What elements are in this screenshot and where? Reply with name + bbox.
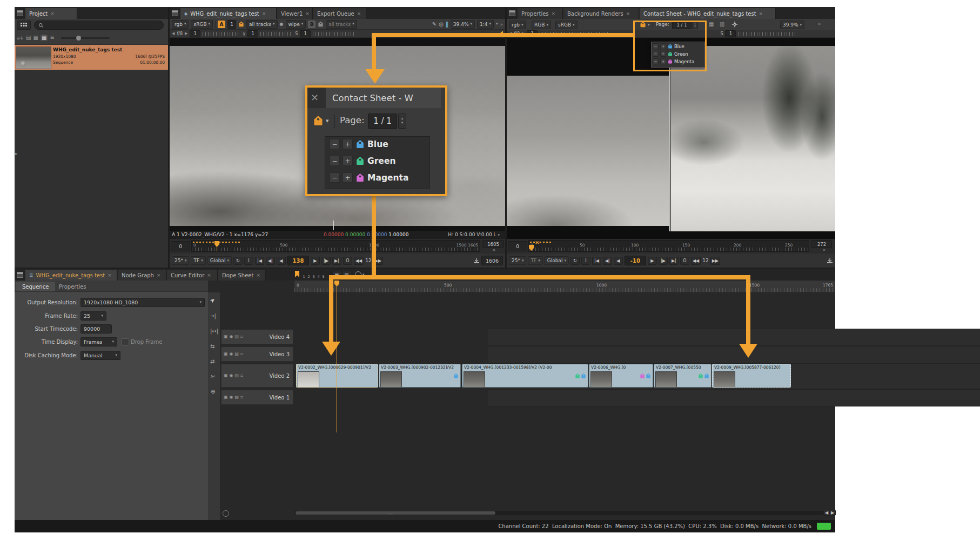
zoom-tool-icon[interactable]: ⊕ (211, 389, 215, 395)
slider-handle[interactable] (76, 36, 81, 41)
timeline-clip-v2-0004[interactable]: V2-0004_WHG.[001233-001598]/V2 (V2-00 (462, 364, 588, 388)
sort-alpha-icon[interactable]: a↓ (17, 36, 24, 41)
colorspace-select[interactable]: sRGB▾ (555, 21, 578, 29)
close-icon[interactable]: × (305, 11, 310, 16)
output-resolution-select[interactable]: 1920x1080 HD_1080▾ (80, 298, 205, 307)
out-point-field[interactable]: 272 (811, 240, 832, 248)
lock-icon[interactable]: ▣ (224, 335, 228, 339)
chevron-down-icon[interactable]: ▾ (498, 233, 500, 237)
current-frame-field[interactable]: 138 (287, 256, 309, 265)
timeline-clip-v2-0006[interactable]: V2-0006_WHG.[0 (589, 364, 653, 388)
timecode-mode-select[interactable]: TF▾ (528, 256, 542, 265)
zoom-select[interactable]: 39.4%▾ (451, 20, 475, 29)
loop-button[interactable]: ↻ (570, 257, 580, 265)
range-select[interactable]: Global▾ (545, 256, 569, 265)
tag-icon[interactable] (318, 21, 324, 27)
gamma-slider[interactable] (260, 32, 293, 36)
duration-field[interactable]: 1606 (481, 256, 503, 265)
go-to-end-button[interactable]: ▶| (669, 257, 679, 265)
play-forward-button[interactable]: ▶ (648, 257, 657, 265)
input-b-badge[interactable]: B (308, 21, 316, 28)
slide-tool-icon[interactable]: ⇄ (210, 358, 214, 364)
monitor-icon[interactable]: ◉ (230, 335, 233, 339)
detail-view-icon[interactable]: ≡ (50, 35, 54, 41)
panel-collapse-arrow-icon[interactable]: ▸ (15, 151, 18, 156)
pause-icon[interactable]: ‖ (446, 21, 448, 27)
wipe-mode-select[interactable]: wipe▾ (286, 20, 306, 29)
timeline-clip-v2-0003[interactable]: V2-0003_WHG.[000902-001232]/V2 (379, 364, 461, 388)
mute-icon[interactable]: ▤ (235, 395, 239, 399)
wipe-center-icon[interactable]: ● (280, 22, 284, 26)
trim-tool-icon[interactable]: |↔| (210, 328, 218, 334)
pane-menu-icon[interactable] (172, 10, 178, 16)
track-header-video2[interactable]: ▣◉▤▫ Video 2 (221, 364, 293, 388)
track-scroll-toggle[interactable] (223, 510, 229, 517)
step-size-field[interactable]: 12 (365, 258, 371, 263)
close-icon[interactable]: × (262, 11, 266, 16)
tab-properties[interactable]: Properties × (518, 8, 563, 19)
next-stop-icon[interactable]: ▶ (185, 32, 187, 36)
track-lane-video3[interactable] (488, 346, 980, 363)
export-icon[interactable] (473, 258, 480, 264)
close-icon[interactable]: × (207, 273, 211, 278)
mute-icon[interactable]: ▤ (235, 335, 239, 339)
lock-icon[interactable]: ▣ (224, 374, 228, 378)
timecode-mode-select[interactable]: TF▾ (191, 256, 205, 265)
play-forward-button[interactable]: ▶ (311, 257, 320, 265)
tab-contact-sheet[interactable]: Contact Sheet - WHG_edit_nuke_tags test … (640, 8, 776, 19)
export-icon[interactable] (827, 258, 833, 264)
play-backward-button[interactable]: ◀ (614, 257, 623, 265)
input-a-track[interactable]: 1 (227, 20, 236, 29)
pane-menu-icon[interactable] (17, 272, 23, 278)
chevron-down-icon[interactable]: ▾ (496, 22, 498, 26)
prev-frame-button[interactable]: ◀| (266, 257, 275, 265)
tab-node-graph[interactable]: Node Graph × (118, 270, 166, 281)
blend-icon[interactable]: ▫ (240, 374, 243, 378)
razor-tool-icon[interactable]: ✄ (211, 374, 215, 379)
go-to-start-button[interactable]: |◀ (255, 257, 264, 265)
close-icon[interactable]: × (256, 273, 260, 278)
small-thumb-view-icon[interactable]: ▦ (41, 35, 48, 41)
step-back-button[interactable]: ◀◀ (691, 257, 701, 265)
tab-project[interactable]: Project × (25, 8, 77, 19)
expander-icon[interactable]: » (500, 22, 503, 27)
gain-value[interactable]: 1 (190, 30, 200, 37)
timeline-clip-v2-0009[interactable]: V2-0009_WHG.[005877-006120] (712, 364, 791, 388)
go-to-end-button[interactable]: ▶| (332, 257, 341, 265)
set-in-button[interactable]: I (581, 257, 590, 265)
subtab-properties[interactable]: Properties (52, 282, 93, 291)
subtab-sequence[interactable]: Sequence (16, 282, 55, 291)
timeline-ruler[interactable]: 0 500 1000 1500 1765 (294, 281, 835, 293)
current-frame-field[interactable]: -10 (625, 256, 646, 265)
gain-gamma-icon[interactable]: ◎ (439, 21, 444, 27)
row-layout-icon[interactable]: ▥ (720, 22, 724, 27)
step-back-button[interactable]: ◀◀ (354, 257, 364, 265)
expander-icon[interactable]: » (823, 247, 826, 252)
track-header-video3[interactable]: ▣◉▤▫ Video 3 (221, 346, 293, 362)
monitor-icon[interactable]: ◉ (230, 352, 233, 356)
lock-icon[interactable]: ▣ (224, 395, 228, 399)
step-forward-button[interactable]: ▶▶ (710, 257, 720, 265)
tag-icon[interactable] (238, 21, 244, 27)
expander-icon[interactable]: » (818, 21, 821, 26)
prev-frame-button[interactable]: ◀| (603, 257, 612, 265)
tracks-b-select[interactable]: all tracks▾ (326, 20, 357, 29)
channels-select[interactable]: rgb▾ (509, 21, 526, 29)
set-in-button[interactable]: I (244, 257, 253, 265)
tab-background-renders[interactable]: Background Renders × (563, 8, 639, 19)
layer-select[interactable]: RGB▾ (532, 21, 551, 29)
horizontal-scrollbar[interactable]: ∷∷ (294, 511, 835, 515)
scrollbar-thumb[interactable]: ∷∷ (296, 511, 495, 515)
monitor-icon[interactable]: ◉ (230, 374, 233, 378)
gamma-value[interactable]: 1 (247, 30, 258, 37)
in-point-field[interactable]: 0 (508, 241, 527, 251)
large-thumb-view-icon[interactable]: ▦ (33, 35, 38, 41)
contact-frame-1[interactable] (507, 76, 669, 226)
expander-icon[interactable]: » (493, 247, 496, 252)
select-tool-icon[interactable]: ➤ (209, 296, 217, 305)
marker-flag-icon[interactable] (295, 271, 299, 277)
tab-curve-editor[interactable]: Curve Editor × (167, 270, 218, 281)
tab-sequence-viewer[interactable]: ◆ WHG_edit_nuke_tags test × (180, 8, 277, 19)
scroll-right-button[interactable]: ▶ (829, 510, 836, 516)
start-timecode-input[interactable]: 90000 (80, 324, 112, 334)
